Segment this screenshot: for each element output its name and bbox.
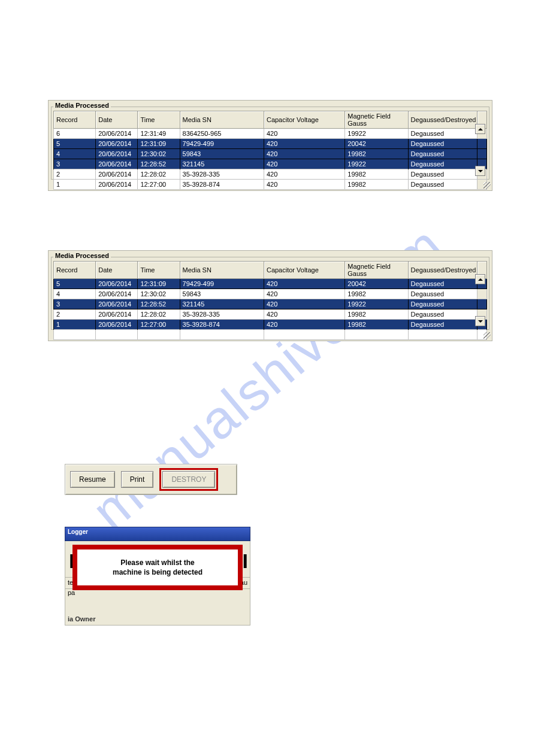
column-header-date[interactable]: Date — [96, 262, 138, 279]
table-row-blank — [54, 330, 487, 340]
column-header-capacitor_voltage[interactable]: Capacitor Voltage — [264, 111, 344, 129]
column-header-time[interactable]: Time — [138, 111, 180, 129]
cell-media_sn: 35-3928-335 — [180, 309, 264, 320]
cell-date: 20/06/2014 — [96, 299, 138, 309]
column-header-magnetic_field_gauss[interactable]: Magnetic Field Gauss — [345, 262, 408, 279]
print-button[interactable]: Print — [121, 471, 154, 488]
resize-grip-icon[interactable] — [483, 182, 491, 189]
cell-capacitor_voltage: 420 — [264, 320, 344, 330]
cell-time: 12:27:00 — [138, 180, 180, 190]
cell-scroll-gutter — [477, 299, 486, 309]
cell-time: 12:30:02 — [138, 149, 180, 159]
cell-media_sn: 59843 — [180, 149, 264, 159]
cell-degaussed_destroyed: Degaussed — [408, 159, 477, 169]
destroy-button[interactable]: DESTROY — [162, 471, 215, 488]
table-row[interactable]: 420/06/201412:30:025984342019982Degausse… — [54, 289, 487, 299]
media-processed-groupbox-top: Media Processed RecordDateTimeMedia SNCa… — [51, 107, 489, 180]
column-header-record[interactable]: Record — [54, 262, 96, 279]
resume-button[interactable]: Resume — [70, 471, 115, 488]
cell-time: 12:30:02 — [138, 289, 180, 299]
cell-capacitor_voltage: 420 — [264, 129, 344, 139]
cell-degaussed_destroyed: Degaussed — [408, 180, 477, 190]
column-header-degaussed_destroyed[interactable]: Degaussed/Destroyed — [408, 111, 477, 129]
cell-media_sn: 35-3928-874 — [180, 320, 264, 330]
table-row[interactable]: 220/06/201412:28:0235-3928-33542019982De… — [54, 309, 487, 320]
cell-date: 20/06/2014 — [96, 180, 138, 190]
table-row[interactable]: 120/06/201412:27:0035-3928-87442019982De… — [54, 180, 487, 190]
cell-degaussed_destroyed: Degaussed — [408, 320, 477, 330]
media-processed-groupbox-bottom: Media Processed RecordDateTimeMedia SNCa… — [51, 257, 489, 330]
cell-date: 20/06/2014 — [96, 129, 138, 139]
groupbox-title: Media Processed — [53, 102, 111, 109]
table-row[interactable]: 420/06/201412:30:025984342019982Degausse… — [54, 149, 487, 159]
cell-capacitor_voltage: 420 — [264, 299, 344, 309]
cell-magnetic_field_gauss: 19982 — [345, 309, 408, 320]
cell-record: 2 — [54, 169, 96, 180]
column-header-magnetic_field_gauss[interactable]: Magnetic Field Gauss — [345, 111, 408, 129]
cell-media_sn: 321145 — [180, 159, 264, 169]
cell-media_sn: 79429-499 — [180, 139, 264, 149]
cell-capacitor_voltage: 420 — [264, 180, 344, 190]
scroll-down-button[interactable] — [475, 316, 485, 326]
cell-record: 1 — [54, 320, 96, 330]
cell-date: 20/06/2014 — [96, 149, 138, 159]
table-row[interactable]: 220/06/201412:28:0235-3928-33542019982De… — [54, 169, 487, 180]
table-row[interactable]: 520/06/201412:31:0979429-49942020042Dega… — [54, 139, 487, 149]
cell-magnetic_field_gauss: 19982 — [345, 149, 408, 159]
media-processed-panel-bottom: Media Processed RecordDateTimeMedia SNCa… — [48, 250, 492, 341]
cell-capacitor_voltage: 420 — [264, 159, 344, 169]
cell-record: 1 — [54, 180, 96, 190]
scroll-up-button[interactable] — [475, 124, 485, 134]
cell-magnetic_field_gauss: 19922 — [345, 159, 408, 169]
column-header-media_sn[interactable]: Media SN — [180, 262, 264, 279]
cell-date: 20/06/2014 — [96, 139, 138, 149]
cell-time: 12:31:09 — [138, 279, 180, 289]
cell-capacitor_voltage: 420 — [264, 149, 344, 159]
media-processed-table-bottom[interactable]: RecordDateTimeMedia SNCapacitor VoltageM… — [53, 261, 487, 340]
please-wait-line1: Please wait whilst the — [120, 558, 194, 567]
cell-scroll-gutter — [477, 289, 486, 299]
cell-degaussed_destroyed: Degaussed — [408, 309, 477, 320]
cell-time: 12:28:02 — [138, 169, 180, 180]
table-row[interactable]: 320/06/201412:28:5232114542019922Degauss… — [54, 159, 487, 169]
cell-record: 4 — [54, 149, 96, 159]
cell-media_sn: 79429-499 — [180, 279, 264, 289]
cell-media_sn: 35-3928-335 — [180, 169, 264, 180]
cell-media_sn: 8364250-965 — [180, 129, 264, 139]
groupbox-title: Media Processed — [53, 252, 111, 259]
cell-magnetic_field_gauss: 19922 — [345, 299, 408, 309]
column-header-degaussed_destroyed[interactable]: Degaussed/Destroyed — [408, 262, 477, 279]
cell-degaussed_destroyed: Degaussed — [408, 279, 477, 289]
cell-record: 6 — [54, 129, 96, 139]
table-row[interactable]: 520/06/201412:31:0979429-49942020042Dega… — [54, 279, 487, 289]
column-header-date[interactable]: Date — [96, 111, 138, 129]
cell-time: 12:27:00 — [138, 320, 180, 330]
scroll-up-button[interactable] — [475, 274, 485, 284]
cell-magnetic_field_gauss: 20042 — [345, 139, 408, 149]
table-row[interactable]: 620/06/201412:31:498364250-96542019922De… — [54, 129, 487, 139]
cell-degaussed_destroyed: Degaussed — [408, 289, 477, 299]
resize-grip-icon[interactable] — [483, 332, 491, 339]
cell-magnetic_field_gauss: 19982 — [345, 169, 408, 180]
media-processed-table-top[interactable]: RecordDateTimeMedia SNCapacitor VoltageM… — [53, 111, 487, 190]
cell-capacitor_voltage: 420 — [264, 289, 344, 299]
cell-capacitor_voltage: 420 — [264, 139, 344, 149]
column-header-capacitor_voltage[interactable]: Capacitor Voltage — [264, 262, 344, 279]
background-owner-label: ia Owner — [68, 615, 95, 623]
scroll-down-button[interactable] — [475, 166, 485, 176]
cell-record: 3 — [54, 159, 96, 169]
table-row[interactable]: 120/06/201412:27:0035-3928-87442019982De… — [54, 320, 487, 330]
table-row[interactable]: 320/06/201412:28:5232114542019922Degauss… — [54, 299, 487, 309]
column-header-record[interactable]: Record — [54, 111, 96, 129]
cell-degaussed_destroyed: Degaussed — [408, 169, 477, 180]
cell-scroll-gutter — [477, 139, 486, 149]
media-processed-panel-top: Media Processed RecordDateTimeMedia SNCa… — [48, 100, 492, 191]
column-header-media_sn[interactable]: Media SN — [180, 111, 264, 129]
column-header-time[interactable]: Time — [138, 262, 180, 279]
cell-magnetic_field_gauss: 19922 — [345, 129, 408, 139]
cell-capacitor_voltage: 420 — [264, 309, 344, 320]
window-titlebar[interactable]: Logger — [65, 527, 250, 541]
action-button-bar: Resume Print DESTROY — [65, 464, 237, 495]
logger-window-snippet: Logger E INI te Degau pa ia Owner Please… — [65, 527, 250, 626]
cell-magnetic_field_gauss: 19982 — [345, 320, 408, 330]
